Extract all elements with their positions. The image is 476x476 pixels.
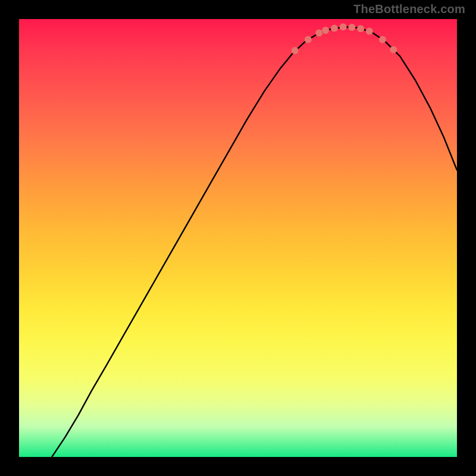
data-dot — [366, 28, 373, 35]
chart-frame: TheBottleneck.com — [0, 0, 476, 476]
dots-group — [292, 23, 397, 54]
watermark-text: TheBottleneck.com — [353, 2, 465, 16]
chart-svg — [19, 19, 457, 457]
data-dot — [305, 36, 312, 43]
data-dot — [390, 46, 397, 54]
data-dot — [331, 25, 338, 32]
plot-area — [19, 19, 457, 457]
data-dot — [315, 30, 322, 37]
data-dot — [292, 47, 299, 54]
data-dot — [348, 24, 355, 31]
data-dot — [322, 27, 329, 34]
data-dot — [340, 23, 347, 30]
data-dot — [379, 36, 386, 43]
curve-line — [52, 27, 457, 457]
data-dot — [357, 25, 364, 32]
